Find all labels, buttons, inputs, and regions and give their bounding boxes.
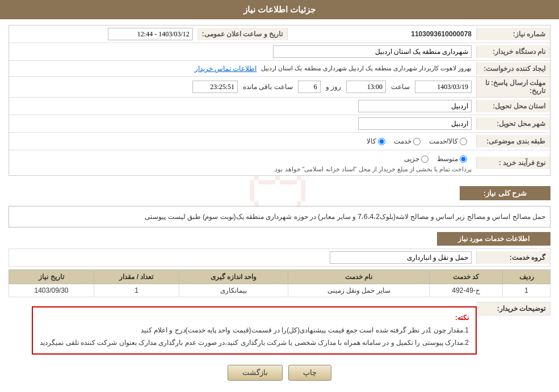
- buyer-org-row: نام دستگاه خریدار:: [9, 43, 550, 61]
- col-date-header: تاریخ نیاز: [9, 270, 94, 284]
- services-section-title: اطلاعات خدمات مورد نیاز: [437, 232, 550, 246]
- buyer-note-line2: 2.مدارک پیوستی را تکمیل و در سامانه همرا…: [40, 337, 469, 349]
- service-group-row: گروه خدمت:: [9, 248, 550, 267]
- purchase-type-radio-motavaset[interactable]: [460, 155, 467, 163]
- category-value: کالا/خدمت خدمت کالا: [9, 133, 476, 150]
- purchase-type-value: متوسط جزیی پرداخت تمام یا بخشی از مبلغ خ…: [9, 150, 476, 175]
- purchase-type-radio-jozii[interactable]: [421, 155, 428, 163]
- response-remaining-input[interactable]: [192, 81, 238, 93]
- category-option-kala[interactable]: کالا: [367, 137, 385, 145]
- response-time-label: ساعت: [389, 83, 412, 91]
- response-days-input[interactable]: [298, 81, 321, 93]
- cell-quantity: 1: [94, 284, 179, 297]
- print-button[interactable]: چاپ: [288, 365, 331, 381]
- cell-unit: بیمانکاری: [179, 284, 288, 297]
- back-button[interactable]: بازگشت: [228, 365, 283, 381]
- need-number-label: شماره نیاز:: [476, 28, 550, 40]
- category-row: طبقه بندی موضوعی: کالا/خدمت خدمت: [9, 133, 550, 150]
- services-section: اطلاعات خدمات مورد نیاز گروه خدمت: ردیف: [9, 232, 550, 297]
- category-label: طبقه بندی موضوعی:: [476, 135, 550, 147]
- city-input[interactable]: [358, 117, 472, 130]
- buyer-notes-title: نکته:: [40, 312, 469, 324]
- category-label-kala-khedmat: کالا/خدمت: [429, 137, 458, 145]
- page-header: جزئیات اطلاعات نیاز: [0, 0, 559, 19]
- purchase-type-label: نوع فرآیند خرید :: [476, 157, 550, 169]
- service-group-label: گروه خدمت:: [476, 251, 550, 264]
- province-input[interactable]: [358, 100, 472, 112]
- cell-code: ح-49-492: [430, 284, 503, 297]
- purchase-type-note: پرداخت تمام یا بخشی از مبلغ خریدار از مح…: [273, 166, 472, 172]
- cell-row: 1: [503, 284, 550, 297]
- buyer-org-label: نام دستگاه خریدار:: [476, 45, 550, 58]
- need-description-box: حمل مصالح اساس و مصالح زیر اساس و مصالح …: [9, 206, 550, 227]
- purchase-type-label-motavaset: متوسط: [437, 155, 458, 163]
- category-option-khedmat[interactable]: خدمت: [394, 137, 421, 145]
- need-number-row: شماره نیاز: 1103093610000078 تاریخ و ساع…: [9, 26, 550, 43]
- category-option-kala-khedmat[interactable]: کالا/خدمت: [429, 137, 467, 145]
- buyer-notes-section: توضیحات خریدار: نکته: 1.مقدار چون 1در نظ…: [9, 302, 550, 359]
- category-radio-kala-khedmat[interactable]: [460, 138, 467, 145]
- service-group-value: [325, 249, 476, 266]
- need-number-text: 1103093610000078: [411, 30, 472, 38]
- need-description-title: شرح کلی نیاز:: [460, 186, 550, 200]
- response-deadline-label: مهلت ارسال پاسخ: تاتاریخ:: [476, 77, 550, 97]
- col-qty-header: تعداد / مقدار: [94, 270, 179, 284]
- buyer-notes-label: توضیحات خریدار:: [477, 302, 550, 315]
- announce-date-value: [9, 26, 197, 43]
- need-description-text: حمل مصالح اساس و مصالح زیر اساس و مصالح …: [145, 213, 545, 221]
- table-header-row: ردیف کد خدمت نام خدمت واحد اندازه گیری ت…: [9, 270, 550, 284]
- creator-label: ایجاد کننده درخواست:: [476, 62, 550, 75]
- cell-date: 1403/09/30: [9, 284, 94, 297]
- contact-link[interactable]: اطلاعات تماس خریدار: [195, 65, 257, 73]
- category-radio-khedmat[interactable]: [413, 138, 421, 145]
- purchase-type-label-jozii: جزیی: [404, 155, 419, 163]
- col-unit-header: واحد اندازه گیری: [179, 270, 288, 284]
- category-radio-kala[interactable]: [378, 138, 385, 145]
- service-group-input[interactable]: [330, 251, 472, 264]
- announce-date-input[interactable]: [108, 28, 193, 40]
- creator-row: ایجاد کننده درخواست: بهروز لاهوت کاربردا…: [9, 61, 550, 77]
- response-days-label: روز و: [323, 83, 343, 91]
- need-description-section: شرح کلی نیاز: حمل مصالح اساس و مصالح زیر…: [9, 180, 550, 227]
- city-row: شهر محل تحویل:: [9, 115, 550, 133]
- province-row: استان محل تحویل:: [9, 98, 550, 115]
- announce-date-label: تاریخ و ساعت اعلان عمومی:: [197, 28, 288, 40]
- services-table: ردیف کد خدمت نام خدمت واحد اندازه گیری ت…: [9, 269, 550, 297]
- main-info-grid: شماره نیاز: 1103093610000078 تاریخ و ساع…: [9, 25, 550, 176]
- creator-text: بهروز لاهوت کاربردار شهرداری منطقه یک ار…: [261, 65, 472, 72]
- buyer-org-value: [9, 43, 476, 60]
- response-deadline-row: مهلت ارسال پاسخ: تاتاریخ: ساعت روز و ساع…: [9, 77, 550, 98]
- buyer-note-line1: 1.مقدار چون 1در نظر گرفته شده است جمع قی…: [40, 324, 469, 337]
- action-buttons: چاپ بازگشت: [9, 365, 550, 381]
- buyer-org-input[interactable]: [273, 45, 472, 58]
- response-time-input[interactable]: [346, 81, 386, 93]
- purchase-type-row: نوع فرآیند خرید : متوسط جزیی: [9, 150, 550, 175]
- table-row: 1ح-49-492سایر حمل ونقل زمینیبیمانکاری114…: [9, 284, 550, 297]
- col-code-header: کد خدمت: [430, 270, 503, 284]
- page-title: جزئیات اطلاعات نیاز: [243, 5, 316, 14]
- response-remaining-label: ساعت باقی مانده: [241, 83, 295, 91]
- response-date-input[interactable]: [415, 81, 472, 93]
- cell-name: سایر حمل ونقل زمینی: [288, 284, 429, 297]
- province-value: [9, 98, 476, 115]
- category-label-kala: کالا: [367, 137, 376, 145]
- category-label-khedmat: خدمت: [394, 137, 411, 145]
- col-name-header: نام خدمت: [288, 270, 429, 284]
- purchase-type-motavaset[interactable]: متوسط: [437, 155, 467, 163]
- col-row-header: ردیف: [503, 270, 550, 284]
- purchase-type-jozii[interactable]: جزیی: [404, 155, 428, 163]
- city-value: [9, 115, 476, 132]
- city-label: شهر محل تحویل:: [476, 117, 550, 130]
- need-number-value: 1103093610000078: [288, 28, 476, 40]
- creator-value: بهروز لاهوت کاربردار شهرداری منطقه یک ار…: [9, 62, 476, 75]
- buyer-notes-box: نکته: 1.مقدار چون 1در نظر گرفته شده است …: [32, 306, 477, 355]
- response-deadline-value: ساعت روز و ساعت باقی مانده: [9, 78, 476, 95]
- province-label: استان محل تحویل:: [476, 100, 550, 112]
